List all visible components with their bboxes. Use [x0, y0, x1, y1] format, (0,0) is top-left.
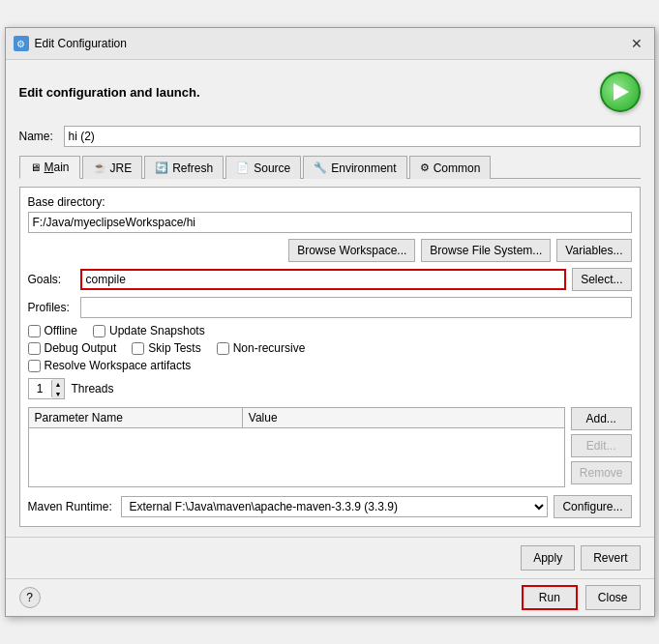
resolve-workspace-checkbox-item: Resolve Workspace artifacts: [28, 359, 192, 372]
apply-revert-row: Apply Revert: [6, 537, 654, 578]
main-tab-icon: 🖥: [30, 161, 41, 173]
profiles-row: Profiles:: [28, 297, 632, 318]
dialog-header: Edit configuration and launch.: [6, 60, 654, 120]
non-recursive-checkbox-item: Non-recursive: [217, 341, 306, 355]
debug-output-label: Debug Output: [45, 341, 117, 355]
params-section: Parameter Name Value Add... Edit... Remo…: [28, 407, 632, 487]
skip-tests-checkbox-item: Skip Tests: [132, 341, 200, 355]
run-button[interactable]: Run: [522, 585, 578, 610]
name-row: Name:: [19, 126, 641, 147]
params-table-right: Add... Edit... Remove: [571, 407, 632, 487]
maven-select[interactable]: External F:\Java\maven\apache-maven-3.3.…: [121, 496, 549, 517]
threads-label: Threads: [71, 382, 113, 395]
base-dir-label: Base directory:: [28, 195, 632, 209]
refresh-tab-icon: 🔄: [155, 161, 168, 174]
params-table-left: Parameter Name Value: [28, 407, 565, 487]
tab-source-label: Source: [254, 161, 290, 175]
env-tab-icon: 🔧: [314, 161, 327, 174]
params-col-value-header: Value: [243, 408, 284, 427]
dialog-title: Edit Configuration: [35, 37, 127, 50]
main-panel: Base directory: Browse Workspace... Brow…: [19, 187, 641, 527]
add-button[interactable]: Add...: [571, 407, 632, 430]
skip-tests-checkbox[interactable]: [132, 342, 144, 355]
tab-main-label: Main: [45, 161, 70, 174]
tabs-bar: 🖥 Main ☕ JRE 🔄 Refresh 📄 Source 🔧 Enviro…: [19, 155, 641, 179]
offline-checkbox[interactable]: [28, 325, 41, 337]
main-content: Name: 🖥 Main ☕ JRE 🔄 Refresh 📄 Source �: [6, 120, 654, 537]
threads-down-arrow[interactable]: ▼: [52, 389, 65, 398]
tab-jre-label: JRE: [110, 161, 133, 175]
title-bar-left: ⚙ Edit Configuration: [14, 36, 127, 51]
goals-row: Goals: Select...: [28, 268, 632, 291]
name-input[interactable]: [64, 126, 641, 147]
debug-output-checkbox[interactable]: [28, 342, 41, 355]
tab-refresh-label: Refresh: [172, 161, 213, 175]
update-snapshots-checkbox[interactable]: [93, 325, 105, 337]
browse-filesystem-button[interactable]: Browse File System...: [421, 239, 551, 262]
tab-main[interactable]: 🖥 Main: [19, 156, 80, 179]
goals-input[interactable]: [80, 269, 567, 290]
close-button[interactable]: Close: [585, 585, 641, 610]
header-text: Edit configuration and launch.: [19, 85, 200, 100]
window-close-button[interactable]: ✕: [627, 34, 646, 53]
revert-button[interactable]: Revert: [581, 545, 640, 571]
variables-button[interactable]: Variables...: [556, 239, 631, 262]
threads-value: 1: [29, 380, 52, 397]
configure-button[interactable]: Configure...: [554, 495, 631, 518]
params-header: Parameter Name Value: [29, 408, 564, 428]
checkbox-row-2: Debug Output Skip Tests Non-recursive: [28, 341, 632, 355]
maven-row: Maven Runtime: External F:\Java\maven\ap…: [28, 495, 632, 518]
jre-tab-icon: ☕: [93, 161, 106, 174]
name-label: Name:: [19, 130, 58, 143]
profiles-input[interactable]: [80, 297, 632, 318]
threads-up-arrow[interactable]: ▲: [52, 379, 65, 389]
run-icon: [600, 72, 641, 112]
threads-spinner: 1 ▲ ▼: [28, 378, 66, 399]
non-recursive-label: Non-recursive: [233, 341, 306, 355]
profiles-label: Profiles:: [28, 301, 75, 314]
common-tab-icon: ⚙: [420, 161, 430, 174]
tab-common-label: Common: [434, 161, 481, 175]
remove-button[interactable]: Remove: [571, 461, 632, 484]
tab-common[interactable]: ⚙ Common: [409, 156, 492, 179]
maven-label: Maven Runtime:: [28, 500, 115, 513]
checkboxes-section: Offline Update Snapshots Debug Output Sk…: [28, 324, 632, 372]
edit-configuration-dialog: ⚙ Edit Configuration ✕ Edit configuratio…: [5, 27, 655, 617]
source-tab-icon: 📄: [236, 161, 250, 174]
dialog-icon: ⚙: [14, 36, 29, 51]
checkbox-row-1: Offline Update Snapshots: [28, 324, 632, 337]
update-snapshots-checkbox-item: Update Snapshots: [93, 324, 205, 337]
base-dir-input[interactable]: [28, 212, 632, 233]
resolve-workspace-checkbox[interactable]: [28, 360, 41, 372]
browse-workspace-button[interactable]: Browse Workspace...: [288, 239, 415, 262]
tab-refresh[interactable]: 🔄 Refresh: [144, 156, 224, 179]
base-dir-row: Base directory:: [28, 195, 632, 233]
skip-tests-label: Skip Tests: [148, 341, 200, 355]
title-bar: ⚙ Edit Configuration ✕: [6, 28, 654, 60]
select-button[interactable]: Select...: [572, 268, 631, 291]
apply-button[interactable]: Apply: [521, 545, 575, 571]
checkbox-row-3: Resolve Workspace artifacts: [28, 359, 632, 372]
offline-checkbox-item: Offline: [28, 324, 77, 337]
goals-label: Goals:: [28, 273, 75, 286]
tab-source[interactable]: 📄 Source: [225, 156, 301, 179]
threads-arrows: ▲ ▼: [52, 379, 65, 398]
params-col-name-header: Parameter Name: [29, 408, 243, 427]
non-recursive-checkbox[interactable]: [217, 342, 229, 355]
tab-environment[interactable]: 🔧 Environment: [303, 156, 406, 179]
resolve-workspace-label: Resolve Workspace artifacts: [45, 359, 192, 372]
tab-env-label: Environment: [331, 161, 396, 175]
help-button[interactable]: ?: [19, 587, 41, 608]
tab-jre[interactable]: ☕ JRE: [82, 156, 143, 179]
params-body: [29, 428, 564, 486]
params-table-wrapper: Parameter Name Value Add... Edit... Remo…: [28, 407, 632, 487]
threads-row: 1 ▲ ▼ Threads: [28, 378, 632, 399]
edit-button[interactable]: Edit...: [571, 434, 632, 457]
offline-label: Offline: [45, 324, 77, 337]
update-snapshots-label: Update Snapshots: [109, 324, 205, 337]
browse-row: Browse Workspace... Browse File System..…: [28, 239, 632, 262]
dialog-footer: ? Run Close: [6, 578, 654, 616]
debug-output-checkbox-item: Debug Output: [28, 341, 117, 355]
